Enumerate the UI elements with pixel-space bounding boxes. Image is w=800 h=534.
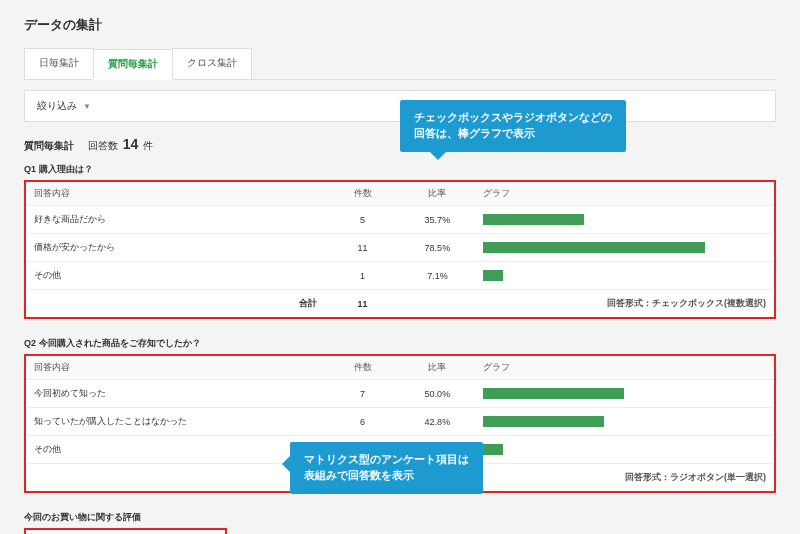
col-count: 件数	[325, 356, 400, 380]
answer-bar	[475, 234, 774, 262]
matrix-col-normal: 普通	[157, 530, 191, 534]
page-title: データの集計	[24, 16, 776, 34]
summary-count-label: 回答数	[88, 140, 118, 151]
filter-label: 絞り込み	[37, 99, 77, 113]
matrix-label: 今回のお買い物に関する評価	[24, 511, 776, 524]
answer-ratio: 78.5%	[400, 234, 475, 262]
question-label: Q2 今回購入された商品をご存知でしたか？	[24, 337, 776, 350]
answer-ratio: 50.0%	[400, 380, 475, 408]
answer-count: 11	[325, 234, 400, 262]
question-block-q1: Q1 購入理由は？ 回答内容 件数 比率 グラフ 好きな商品だから535.7%価…	[24, 163, 776, 319]
table-row: 今回初めて知った750.0%	[26, 380, 774, 408]
summary-unit: 件	[143, 140, 153, 151]
total-count: 11	[325, 290, 400, 318]
callout-text: マトリクス型のアンケート項目は	[304, 453, 469, 465]
answer-name: 価格が安かったから	[26, 234, 325, 262]
answer-bar	[475, 380, 774, 408]
col-count: 件数	[325, 182, 400, 206]
total-label: 合計	[26, 290, 325, 318]
callout-bar-graph: チェックボックスやラジオボタンなどの 回答は、棒グラフで表示	[400, 100, 626, 152]
answer-ratio: 42.8%	[400, 408, 475, 436]
answer-count: 7	[325, 380, 400, 408]
answer-count: 1	[325, 262, 400, 290]
answer-format: 回答形式：チェックボックス(複数選択)	[475, 290, 774, 318]
callout-matrix: マトリクス型のアンケート項目は 表組みで回答数を表示	[290, 442, 483, 494]
answer-ratio: 35.7%	[400, 206, 475, 234]
answer-name: 知っていたが購入したことはなかった	[26, 408, 325, 436]
answer-name: 今回初めて知った	[26, 380, 325, 408]
matrix-block: 今回のお買い物に関する評価 良い 普通 悪い サイトの使いやすさ581商品の写真…	[24, 511, 776, 534]
table-row: 価格が安かったから1178.5%	[26, 234, 774, 262]
answer-count: 6	[325, 408, 400, 436]
col-ratio: 比率	[400, 356, 475, 380]
answer-count: 5	[325, 206, 400, 234]
callout-text: 回答は、棒グラフで表示	[414, 127, 535, 139]
answer-bar	[475, 408, 774, 436]
matrix-col-good: 良い	[123, 530, 157, 534]
answer-format: 回答形式：ラジオボタン(単一選択)	[475, 464, 774, 492]
tabset: 日毎集計 質問毎集計 クロス集計	[24, 48, 776, 80]
col-name: 回答内容	[26, 356, 325, 380]
col-graph: グラフ	[475, 356, 774, 380]
col-ratio: 比率	[400, 182, 475, 206]
answer-bar	[475, 206, 774, 234]
matrix-col-bad: 悪い	[191, 530, 225, 534]
col-graph: グラフ	[475, 182, 774, 206]
answer-ratio: 7.1%	[400, 262, 475, 290]
tab-cross[interactable]: クロス集計	[172, 48, 252, 79]
callout-text: チェックボックスやラジオボタンなどの	[414, 111, 612, 123]
answer-name: 好きな商品だから	[26, 206, 325, 234]
answer-bar	[475, 262, 774, 290]
summary-title: 質問毎集計	[24, 140, 74, 151]
callout-text: 表組みで回答数を表示	[304, 469, 414, 481]
table-row: 知っていたが購入したことはなかった642.8%	[26, 408, 774, 436]
col-name: 回答内容	[26, 182, 325, 206]
tab-daily[interactable]: 日毎集計	[24, 48, 94, 79]
table-row: 好きな商品だから535.7%	[26, 206, 774, 234]
summary-count: 14	[123, 136, 139, 152]
answer-bar	[475, 436, 774, 464]
question-label: Q1 購入理由は？	[24, 163, 776, 176]
answer-name: その他	[26, 262, 325, 290]
tab-question[interactable]: 質問毎集計	[93, 49, 173, 80]
chevron-down-icon: ▼	[83, 102, 91, 111]
table-row: その他17.1%	[26, 262, 774, 290]
